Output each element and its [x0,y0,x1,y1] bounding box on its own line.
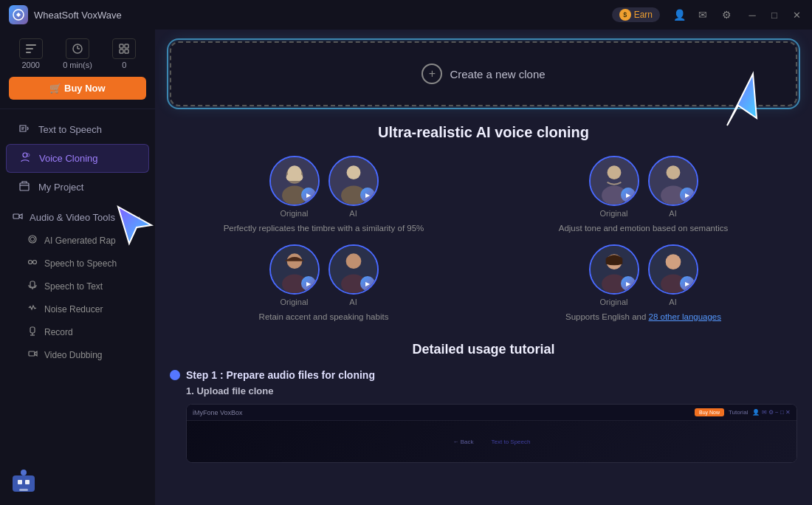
demo-avatars-2: ▶ Original ▶ AI [589,156,698,218]
orig-label-1: Original [281,209,309,218]
svg-rect-20 [30,281,35,287]
tutorial-nav-row: ← Back Text to Speech [453,439,531,445]
tutorial-icons: 👤 ✉ ⚙ − □ ✕ [752,409,791,416]
tutorial-back: ← Back [453,439,474,445]
sidebar-item-speech-to-text[interactable]: Speech to Text [18,275,143,298]
tutorial-nav-label: Tutorial [729,409,748,416]
avatar-original-4: ▶ [589,244,639,295]
svg-point-40 [346,165,360,179]
svg-rect-15 [20,183,29,190]
buy-now-button[interactable]: 🛒 Buy Now [9,77,146,100]
svg-rect-22 [30,327,35,333]
sidebar-item-record[interactable]: Record [18,320,143,343]
settings-icon[interactable]: ⚙ [719,7,734,22]
minimize-button[interactable]: ─ [746,8,759,21]
svg-rect-2 [26,48,33,49]
avatar-group-ai-1: ▶ AI [328,156,379,218]
orig-label-2: Original [600,209,628,218]
svg-rect-1 [26,44,36,46]
voice-cloning-icon [18,151,32,165]
sidebar-item-speech-to-speech[interactable]: Speech to Speech [18,252,143,275]
bot-icon[interactable] [9,468,38,498]
orig-label-4: Original [600,298,628,306]
demo-desc-1: Perfectly replicates the timbre with a s… [224,224,424,233]
tutorial-screenshot: iMyFone VoxBox Buy Now Tutorial 👤 ✉ ⚙ − … [186,404,797,463]
step1-dot [170,370,180,380]
sub-nav-items: AI Generated Rap Speech to Speech [12,229,143,366]
play-button-ai-1[interactable]: ▶ [360,188,375,202]
user-icon[interactable]: 👤 [672,7,687,22]
chevron-up-icon: ▲ [135,213,143,222]
play-button-ai-2[interactable]: ▶ [680,188,695,202]
sidebar: 2000 0 min(s) 0 🛒 Buy Now [0,30,155,505]
ai-rap-label: AI Generated Rap [44,236,116,246]
sidebar-item-ai-generated-rap[interactable]: AI Generated Rap [18,229,143,252]
play-button-ai-4[interactable]: ▶ [680,276,695,291]
stat-minutes-value: 0 min(s) [63,61,92,69]
avatar-group-orig-2: ▶ Original [589,156,639,218]
avatar-ai-3: ▶ [328,244,379,295]
tutorial-body: ← Back Text to Speech [187,421,796,462]
languages-link[interactable]: 28 other languages [649,312,721,321]
minutes-icon [66,38,89,59]
characters-icon [19,38,43,59]
sidebar-item-video-dubbing[interactable]: Video Dubbing [18,343,143,366]
svg-point-58 [665,254,681,269]
avatar-original-3: ▶ [269,244,320,295]
play-button-orig-4[interactable]: ▶ [621,276,636,291]
tutorial-bar-right: Buy Now Tutorial 👤 ✉ ⚙ − □ ✕ [695,408,791,416]
svg-rect-32 [19,489,28,491]
create-clone-label: Create a new clone [450,68,545,80]
avatar-original-1: ▶ [269,156,320,206]
noise-reducer-icon [27,303,38,315]
video-dubbing-label: Video Dubbing [44,350,103,360]
app-title: WheatSoft VoxWave [34,10,122,21]
ai-label-4: AI [669,298,676,306]
avatar-group-orig-1: ▶ Original [269,156,320,218]
earn-button[interactable]: $ Earn [612,7,660,22]
svg-point-30 [21,470,27,475]
step1-sub-label: Upload file clone [196,385,273,396]
tutorial-title-bar: iMyFone VoxBox Buy Now Tutorial 👤 ✉ ⚙ − … [187,405,796,421]
sidebar-item-noise-reducer[interactable]: Noise Reducer [18,298,143,320]
avatar-group-orig-3: ▶ Original [269,244,320,306]
stat-clones-value: 0 [122,61,126,69]
close-button[interactable]: ✕ [790,8,803,21]
ai-label-1: AI [349,209,357,218]
mail-icon[interactable]: ✉ [695,7,710,22]
ai-rap-icon [27,234,38,247]
sidebar-item-my-project[interactable]: My Project [6,174,149,201]
demo-avatars-4: ▶ Original ▶ AI [589,244,698,306]
speech-to-speech-icon [27,257,38,269]
create-clone-button[interactable]: + Create a new clone [170,41,797,106]
stat-clones: 0 [112,38,136,69]
title-bar-right: $ Earn 👤 ✉ ⚙ ─ □ ✕ [612,7,803,22]
earn-label: Earn [634,10,653,20]
sidebar-item-voice-cloning[interactable]: Voice Cloning [6,144,149,173]
tutorial-buy-btn[interactable]: Buy Now [695,408,724,416]
ai-label-2: AI [669,209,676,218]
title-icons: 👤 ✉ ⚙ [672,7,734,22]
demo-desc-4: Supports English and 28 other languages [565,312,721,321]
svg-point-43 [607,165,621,179]
play-button-orig-3[interactable]: ▶ [301,276,316,291]
speech-to-speech-label: Speech to Speech [44,258,117,269]
audio-video-header[interactable]: Audio & Video Tools ▲ [12,206,143,229]
sidebar-label-text-to-speech: Text to Speech [38,124,102,135]
title-bar: WheatSoft VoxWave $ Earn 👤 ✉ ⚙ ─ □ ✕ [0,0,812,30]
avatar-original-2: ▶ [589,156,639,206]
demo-avatars-1: ▶ Original ▶ AI [269,156,379,218]
maximize-button[interactable]: □ [768,8,781,21]
video-dubbing-icon [27,348,38,361]
play-button-orig-2[interactable]: ▶ [621,188,636,202]
play-button-ai-3[interactable]: ▶ [360,276,375,291]
speech-to-text-icon [27,280,38,292]
svg-rect-16 [13,214,19,219]
avatar-group-ai-4: ▶ AI [648,244,698,306]
svg-rect-9 [120,49,123,53]
play-button-orig-1[interactable]: ▶ [301,188,316,202]
svg-rect-8 [125,44,128,48]
demo-desc-3: Retain accent and speaking habits [259,312,389,321]
tutorial-app-window: iMyFone VoxBox Buy Now Tutorial 👤 ✉ ⚙ − … [187,405,796,462]
sidebar-item-text-to-speech[interactable]: Text to Speech [6,116,149,143]
